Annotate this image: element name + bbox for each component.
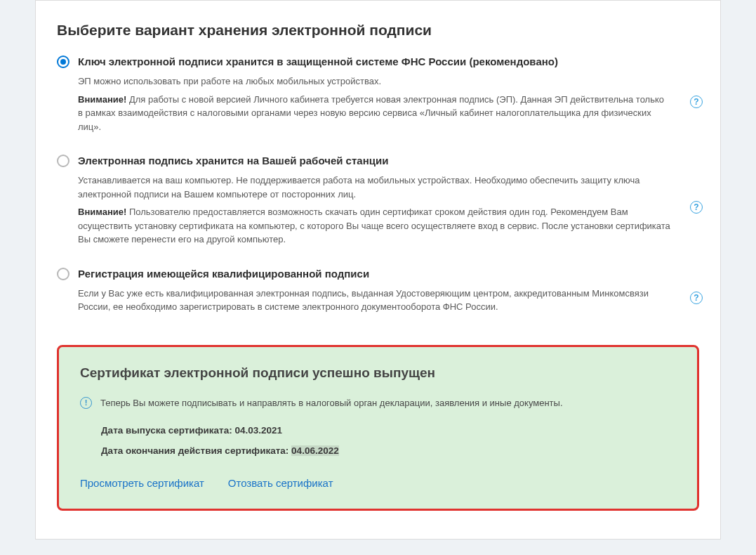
option-desc: ЭП можно использовать при работе на любы… — [78, 74, 671, 89]
option-warning: Внимание! Для работы с новой версией Лич… — [78, 93, 671, 134]
cert-expires-line: Дата окончания действия сертификата: 04.… — [101, 445, 676, 456]
option-warning: Внимание! Пользователю предоставляется в… — [78, 205, 671, 247]
certificate-info-row: ! Теперь Вы можете подписывать и направл… — [80, 396, 676, 410]
cert-issued-label: Дата выпуска сертификата: — [101, 425, 234, 436]
radio-unchecked-icon[interactable] — [57, 268, 69, 280]
cert-expires-value: 04.06.2022 — [291, 445, 339, 456]
option-title: Регистрация имеющейся квалифицированной … — [78, 266, 671, 281]
page-title: Выберите вариант хранения электронной по… — [57, 22, 699, 39]
radio-unchecked-icon[interactable] — [57, 155, 69, 167]
help-icon[interactable]: ? — [690, 96, 703, 108]
cert-issued-value: 04.03.2021 — [234, 425, 282, 436]
cert-expires-label: Дата окончания действия сертификата: — [101, 445, 291, 456]
option-desc: Устанавливается на ваш компьютер. Не под… — [78, 174, 671, 201]
certificate-info-text: Теперь Вы можете подписывать и направлят… — [100, 396, 563, 410]
option-fns-cloud[interactable]: Ключ электронной подписи хранится в защи… — [57, 54, 699, 149]
certificate-actions: Просмотреть сертификат Отозвать сертифик… — [80, 477, 676, 489]
option-title: Электронная подпись хранится на Вашей ра… — [78, 153, 671, 168]
option-local-station[interactable]: Электронная подпись хранится на Вашей ра… — [57, 153, 699, 262]
warning-label: Внимание! — [78, 94, 126, 105]
view-certificate-link[interactable]: Просмотреть сертификат — [80, 477, 204, 489]
cert-issued-line: Дата выпуска сертификата: 04.03.2021 — [101, 425, 676, 436]
info-icon: ! — [80, 397, 92, 409]
warning-text: Пользователю предоставляется возможность… — [78, 207, 670, 244]
option-register-existing[interactable]: Регистрация имеющейся квалифицированной … — [57, 266, 699, 329]
help-icon[interactable]: ? — [690, 292, 703, 304]
radio-checked-icon[interactable] — [57, 56, 69, 68]
revoke-certificate-link[interactable]: Отозвать сертификат — [228, 477, 333, 489]
help-icon[interactable]: ? — [690, 201, 703, 214]
option-desc: Если у Вас уже есть квалифицированная эл… — [78, 287, 671, 314]
certificate-dates: Дата выпуска сертификата: 04.03.2021 Дат… — [80, 425, 676, 456]
certificate-success-panel: Сертификат электронной подписи успешно в… — [57, 345, 699, 511]
warning-label: Внимание! — [78, 207, 126, 217]
warning-text: Для работы с новой версией Личного кабин… — [78, 94, 664, 132]
certificate-title: Сертификат электронной подписи успешно в… — [80, 365, 676, 381]
option-title: Ключ электронной подписи хранится в защи… — [78, 54, 671, 69]
signature-storage-card: Выберите вариант хранения электронной по… — [35, 0, 721, 540]
